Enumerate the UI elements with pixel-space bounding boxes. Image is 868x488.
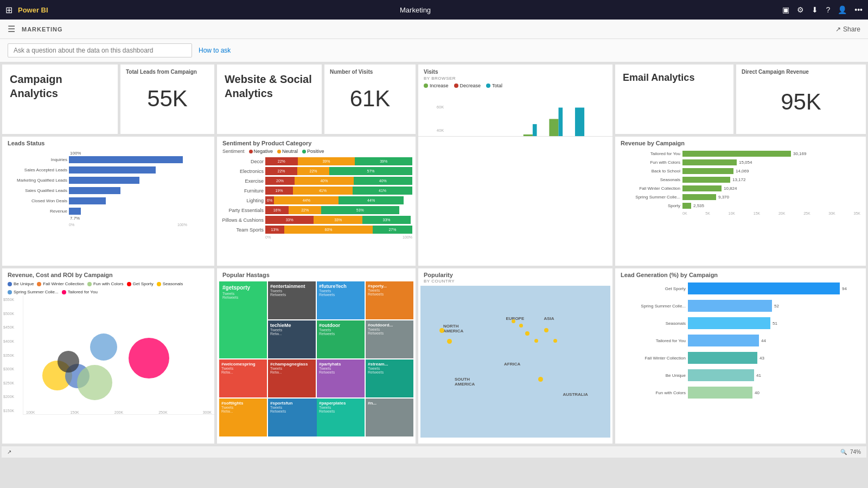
leadgen-bar-be-unique [688, 369, 754, 381]
rev-bar-sporty [682, 203, 691, 209]
how-to-ask-link[interactable]: How to ask [199, 47, 231, 54]
visits-browser-title: Visits [418, 65, 612, 76]
popularity-card: Popularity BY COUNTRY NORTHAMERICA SOUTH… [418, 268, 613, 444]
sent-row-pillows: Pillows & Cushions 33% 33% 33% [220, 216, 412, 224]
rev-bar-fallwinter [682, 185, 722, 191]
sent-row-lighting: Lighting 6% 44% 44% [220, 196, 412, 204]
ht-entertainment-tweets: Tweets [270, 289, 314, 293]
ht-welcomespring-tag: #welcomespring [221, 362, 265, 367]
sent-label-lighting: Lighting [220, 198, 264, 203]
leads-label-revenue: Revenue [8, 209, 67, 214]
map-dot-5 [525, 331, 529, 336]
ht-techieme-tweets: Tweets [270, 328, 314, 332]
ht-getsporty-tweets: Tweets [222, 292, 264, 296]
leads-bar-revenue [69, 208, 81, 215]
ht-outdoor-tag: #outdoor [319, 323, 362, 328]
share-icon: ↗ [835, 25, 841, 33]
leadgen-label-fun-colors: Fun with Colors [621, 390, 686, 395]
hamburger-icon[interactable]: ☰ [8, 24, 15, 34]
legend-label-get-sporty: Get Sporty [133, 281, 154, 286]
leads-bar-closed [69, 197, 106, 204]
ht-stream[interactable]: #stream... Tweets Retweets [366, 359, 413, 397]
leads-label-inquiries: Inquiries [8, 157, 67, 162]
dashboard: Campaign Analytics Total Leads from Camp… [0, 62, 868, 488]
sent-label-decor: Decor [220, 159, 264, 164]
qa-input[interactable] [8, 43, 192, 57]
sent-label-exercise: Exercise [220, 178, 264, 184]
ht-champagne[interactable]: #champagneglass Tweets Retw... [268, 359, 316, 397]
ht-paperplates[interactable]: #paperplates Tweets Retweets [317, 399, 365, 436]
leads-bar-mql [69, 177, 139, 184]
app-logo: Power BI [18, 6, 48, 14]
ht-entertainment[interactable]: #entertainment Tweets Retweets [268, 281, 316, 319]
leadgen-bar-tailored [688, 335, 759, 346]
ht-outdoor[interactable]: #outdoor Tweets Retweets [317, 320, 365, 358]
sent-axis: 0% 100% [265, 235, 412, 239]
roi-legend: Be Unique Fall Winter Collection Fun wit… [2, 280, 214, 296]
map-dot-4 [519, 324, 523, 328]
na-label: NORTHAMERICA [443, 324, 463, 333]
sent-neg-label: Negative [254, 149, 273, 154]
roi-chart-area: Revenue $550K$500K$450K$400K$350K$300K$2… [2, 296, 214, 415]
sent-legend-label: Sentiment [222, 149, 245, 154]
share-label: Share [843, 25, 860, 33]
total-dot [486, 84, 490, 88]
bubble-tailored [129, 338, 169, 378]
ht-welcomespring[interactable]: #welcomespring Tweets Retw... [219, 359, 267, 397]
settings-icon[interactable]: ⚙ [797, 5, 804, 14]
ht-outdoor-retweets: Retweets [319, 332, 362, 336]
ht-sporty[interactable]: #sporty... Tweets Retweets [366, 281, 413, 319]
ht-welcomespring-tweets: Tweets [221, 367, 265, 370]
rev-label-school: Back to School [621, 169, 680, 174]
popularity-subtitle: BY COUNTRY [418, 279, 612, 285]
topbar: ⊞ Power BI Marketing ▣ ⚙ ⬇ ? 👤 ••• [0, 0, 868, 20]
sent-row-party: Party Essentials 16% 22% 53% [220, 206, 412, 214]
ht-champagne-retweets: Retw... [270, 370, 314, 374]
expand-icon[interactable]: ↗ [7, 449, 11, 455]
sent-label-party: Party Essentials [220, 208, 264, 213]
sent-bar-lighting: 6% 44% 44% [265, 196, 412, 204]
ht-getsporty[interactable]: #getsporty Tweets Retweets [219, 281, 267, 358]
ht-outdoord[interactable]: #outdoord... Tweets Retweets [366, 320, 413, 358]
leadgen-bar-seasonals [688, 317, 770, 329]
ht-futuretech-tweets: Tweets [319, 289, 362, 293]
ht-softlights[interactable]: #softlights Tweets Retw... [219, 399, 267, 436]
ht-outdoor-tweets: Tweets [319, 328, 362, 332]
total-leads-card: Total Leads from Campaign 55K [120, 64, 215, 134]
direct-revenue-title: Direct Campaign Revenue [736, 65, 866, 76]
ht-techieme[interactable]: techieMe Tweets Retw... [268, 320, 316, 358]
ht-champagne-tag: #champagneglass [270, 362, 314, 367]
ht-futuretech-retweets: Retweets [319, 293, 362, 297]
ht-n[interactable]: #n... [366, 399, 413, 436]
sent-row-decor: Decor 22% 39% 39% [220, 157, 412, 165]
display-icon[interactable]: ▣ [782, 5, 789, 14]
rev-row-tailored: Tailored for You 30,169 [621, 151, 860, 157]
sentiment-bars: Decor 22% 39% 39% Electronics 22% 22% 57… [217, 156, 416, 240]
roi-y-axis: $550K$500K$450K$400K$350K$300K$250K$200K… [2, 296, 23, 415]
ht-partyhats[interactable]: #partyhats Tweets Retweets [317, 359, 365, 397]
world-map: NORTHAMERICA SOUTHAMERICA EUROPE AFRICA … [420, 286, 610, 438]
leadgen-val-sporty: 94 [842, 286, 847, 291]
ht-techieme-retweets: Retw... [270, 332, 314, 336]
more-icon[interactable]: ••• [854, 5, 863, 14]
leadgen-val-seasonals: 51 [773, 321, 777, 326]
help-icon[interactable]: ? [826, 5, 830, 14]
ht-softlights-tweets: Tweets [221, 406, 265, 409]
number-visits-card: Number of Visits 61K [324, 64, 416, 134]
share-button[interactable]: ↗ Share [835, 25, 860, 33]
legend-total: Total [486, 83, 502, 88]
avg-return-card [418, 136, 613, 266]
total-label: Total [492, 83, 502, 88]
legend-label-seasonals: Seasonals [163, 281, 183, 286]
download-icon[interactable]: ⬇ [812, 5, 818, 14]
app-grid-icon[interactable]: ⊞ [5, 5, 12, 15]
user-icon[interactable]: 👤 [838, 5, 847, 14]
campaign-analytics-title: Campaign Analytics [10, 72, 110, 100]
sentiment-title: Sentiment by Product Category [217, 137, 416, 147]
leadgen-row-sporty: Get Sporty 94 [621, 282, 860, 294]
legend-label-spring-summer: Spring Summer Colle... [14, 290, 59, 294]
zoom-value: 74% [850, 449, 861, 455]
legend-decrease: Decrease [454, 83, 481, 88]
ht-paperplates-tweets: Tweets [319, 406, 362, 409]
ht-futuretech[interactable]: #futureTech Tweets Retweets [317, 281, 365, 319]
